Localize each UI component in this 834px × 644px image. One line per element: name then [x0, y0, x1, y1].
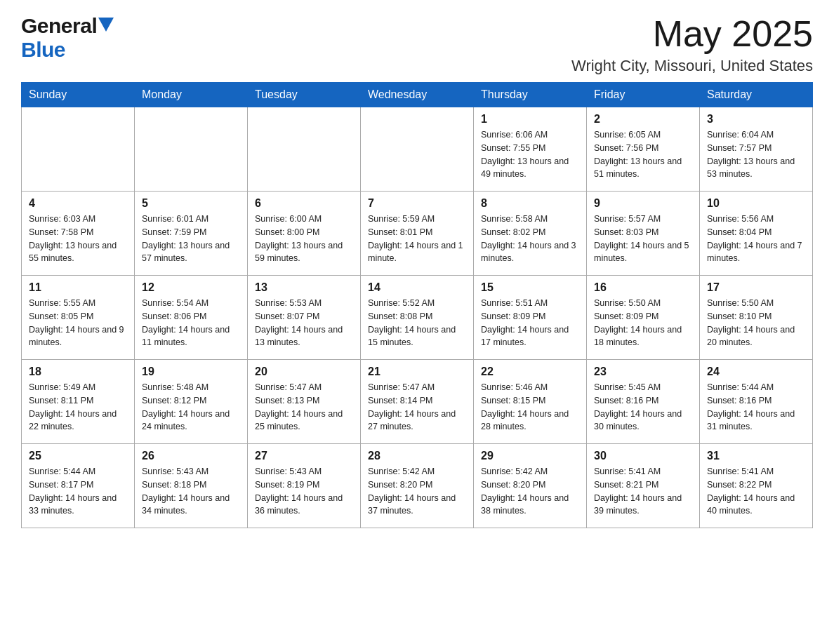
- calendar-day-cell: 5Sunrise: 6:01 AMSunset: 7:59 PMDaylight…: [135, 192, 248, 276]
- calendar-day-cell: 9Sunrise: 5:57 AMSunset: 8:03 PMDaylight…: [587, 192, 700, 276]
- day-sun-info: Sunrise: 6:01 AMSunset: 7:59 PMDaylight:…: [142, 213, 240, 265]
- page-header: General Blue May 2025 Wright City, Misso…: [21, 14, 813, 75]
- calendar-week-row: 25Sunrise: 5:44 AMSunset: 8:17 PMDayligh…: [22, 444, 813, 528]
- day-sun-info: Sunrise: 5:57 AMSunset: 8:03 PMDaylight:…: [594, 213, 692, 265]
- location-text: Wright City, Missouri, United States: [571, 57, 813, 75]
- calendar-day-cell: 4Sunrise: 6:03 AMSunset: 7:58 PMDaylight…: [22, 192, 135, 276]
- days-of-week-row: SundayMondayTuesdayWednesdayThursdayFrid…: [22, 83, 813, 107]
- day-sun-info: Sunrise: 5:50 AMSunset: 8:09 PMDaylight:…: [594, 297, 692, 349]
- day-sun-info: Sunrise: 5:52 AMSunset: 8:08 PMDaylight:…: [368, 297, 466, 349]
- month-title: May 2025: [571, 14, 813, 54]
- day-of-week-header: Saturday: [700, 83, 813, 107]
- day-number: 8: [481, 197, 579, 210]
- calendar-day-cell: 1Sunrise: 6:06 AMSunset: 7:55 PMDaylight…: [474, 107, 587, 192]
- day-sun-info: Sunrise: 5:47 AMSunset: 8:13 PMDaylight:…: [255, 381, 353, 434]
- day-sun-info: Sunrise: 5:42 AMSunset: 8:20 PMDaylight:…: [368, 465, 466, 518]
- day-sun-info: Sunrise: 5:54 AMSunset: 8:06 PMDaylight:…: [142, 297, 240, 349]
- day-number: 22: [481, 365, 579, 378]
- calendar-week-row: 11Sunrise: 5:55 AMSunset: 8:05 PMDayligh…: [22, 276, 813, 360]
- day-number: 4: [29, 197, 127, 210]
- day-number: 10: [707, 197, 805, 210]
- day-sun-info: Sunrise: 5:58 AMSunset: 8:02 PMDaylight:…: [481, 213, 579, 265]
- calendar-day-cell: 17Sunrise: 5:50 AMSunset: 8:10 PMDayligh…: [700, 276, 813, 360]
- day-sun-info: Sunrise: 6:03 AMSunset: 7:58 PMDaylight:…: [29, 213, 127, 265]
- calendar-week-row: 1Sunrise: 6:06 AMSunset: 7:55 PMDaylight…: [22, 107, 813, 192]
- day-sun-info: Sunrise: 5:59 AMSunset: 8:01 PMDaylight:…: [368, 213, 466, 265]
- calendar-day-cell: 6Sunrise: 6:00 AMSunset: 8:00 PMDaylight…: [248, 192, 361, 276]
- logo-general-text: General: [21, 14, 97, 38]
- day-sun-info: Sunrise: 5:47 AMSunset: 8:14 PMDaylight:…: [368, 381, 466, 434]
- day-number: 1: [481, 113, 579, 126]
- day-number: 20: [255, 365, 353, 378]
- calendar-day-cell: 19Sunrise: 5:48 AMSunset: 8:12 PMDayligh…: [135, 360, 248, 444]
- header-right: May 2025 Wright City, Missouri, United S…: [571, 14, 813, 75]
- day-sun-info: Sunrise: 5:45 AMSunset: 8:16 PMDaylight:…: [594, 381, 692, 434]
- calendar-table: SundayMondayTuesdayWednesdayThursdayFrid…: [21, 82, 813, 528]
- calendar-day-cell: 29Sunrise: 5:42 AMSunset: 8:20 PMDayligh…: [474, 444, 587, 528]
- calendar-day-cell: 14Sunrise: 5:52 AMSunset: 8:08 PMDayligh…: [361, 276, 474, 360]
- day-number: 2: [594, 113, 692, 126]
- calendar-day-cell: [361, 107, 474, 192]
- day-number: 24: [707, 365, 805, 378]
- day-number: 7: [368, 197, 466, 210]
- day-number: 30: [594, 450, 692, 462]
- day-of-week-header: Sunday: [22, 83, 135, 107]
- calendar-day-cell: 26Sunrise: 5:43 AMSunset: 8:18 PMDayligh…: [135, 444, 248, 528]
- day-sun-info: Sunrise: 6:06 AMSunset: 7:55 PMDaylight:…: [481, 128, 579, 181]
- day-of-week-header: Thursday: [474, 83, 587, 107]
- day-number: 14: [368, 281, 466, 294]
- day-sun-info: Sunrise: 5:56 AMSunset: 8:04 PMDaylight:…: [707, 213, 805, 265]
- day-sun-info: Sunrise: 5:49 AMSunset: 8:11 PMDaylight:…: [29, 381, 127, 434]
- logo-blue-text: Blue: [21, 38, 65, 62]
- day-sun-info: Sunrise: 5:46 AMSunset: 8:15 PMDaylight:…: [481, 381, 579, 434]
- calendar-day-cell: 18Sunrise: 5:49 AMSunset: 8:11 PMDayligh…: [22, 360, 135, 444]
- day-of-week-header: Wednesday: [361, 83, 474, 107]
- calendar-day-cell: 16Sunrise: 5:50 AMSunset: 8:09 PMDayligh…: [587, 276, 700, 360]
- day-sun-info: Sunrise: 5:44 AMSunset: 8:17 PMDaylight:…: [29, 465, 127, 518]
- day-number: 18: [29, 365, 127, 378]
- day-number: 13: [255, 281, 353, 294]
- day-number: 31: [707, 450, 805, 462]
- calendar-day-cell: [135, 107, 248, 192]
- day-number: 25: [29, 450, 127, 462]
- day-sun-info: Sunrise: 5:42 AMSunset: 8:20 PMDaylight:…: [481, 465, 579, 518]
- day-sun-info: Sunrise: 5:43 AMSunset: 8:19 PMDaylight:…: [255, 465, 353, 518]
- day-sun-info: Sunrise: 6:04 AMSunset: 7:57 PMDaylight:…: [707, 128, 805, 181]
- day-number: 15: [481, 281, 579, 294]
- day-number: 26: [142, 450, 240, 462]
- day-number: 16: [594, 281, 692, 294]
- calendar-week-row: 4Sunrise: 6:03 AMSunset: 7:58 PMDaylight…: [22, 192, 813, 276]
- day-sun-info: Sunrise: 5:44 AMSunset: 8:16 PMDaylight:…: [707, 381, 805, 434]
- calendar-day-cell: 22Sunrise: 5:46 AMSunset: 8:15 PMDayligh…: [474, 360, 587, 444]
- calendar-day-cell: 21Sunrise: 5:47 AMSunset: 8:14 PMDayligh…: [361, 360, 474, 444]
- day-sun-info: Sunrise: 5:51 AMSunset: 8:09 PMDaylight:…: [481, 297, 579, 349]
- day-number: 17: [707, 281, 805, 294]
- day-sun-info: Sunrise: 5:48 AMSunset: 8:12 PMDaylight:…: [142, 381, 240, 434]
- day-number: 21: [368, 365, 466, 378]
- calendar-day-cell: 10Sunrise: 5:56 AMSunset: 8:04 PMDayligh…: [700, 192, 813, 276]
- calendar-day-cell: 20Sunrise: 5:47 AMSunset: 8:13 PMDayligh…: [248, 360, 361, 444]
- day-sun-info: Sunrise: 5:43 AMSunset: 8:18 PMDaylight:…: [142, 465, 240, 518]
- calendar-day-cell: 27Sunrise: 5:43 AMSunset: 8:19 PMDayligh…: [248, 444, 361, 528]
- logo: General Blue: [21, 14, 114, 62]
- calendar-header: SundayMondayTuesdayWednesdayThursdayFrid…: [22, 83, 813, 107]
- calendar-day-cell: 28Sunrise: 5:42 AMSunset: 8:20 PMDayligh…: [361, 444, 474, 528]
- day-number: 19: [142, 365, 240, 378]
- day-sun-info: Sunrise: 6:00 AMSunset: 8:00 PMDaylight:…: [255, 213, 353, 265]
- calendar-day-cell: [248, 107, 361, 192]
- calendar-day-cell: 31Sunrise: 5:41 AMSunset: 8:22 PMDayligh…: [700, 444, 813, 528]
- day-number: 23: [594, 365, 692, 378]
- calendar-day-cell: 24Sunrise: 5:44 AMSunset: 8:16 PMDayligh…: [700, 360, 813, 444]
- calendar-day-cell: 25Sunrise: 5:44 AMSunset: 8:17 PMDayligh…: [22, 444, 135, 528]
- day-of-week-header: Tuesday: [248, 83, 361, 107]
- calendar-day-cell: 30Sunrise: 5:41 AMSunset: 8:21 PMDayligh…: [587, 444, 700, 528]
- calendar-day-cell: 2Sunrise: 6:05 AMSunset: 7:56 PMDaylight…: [587, 107, 700, 192]
- calendar-day-cell: 3Sunrise: 6:04 AMSunset: 7:57 PMDaylight…: [700, 107, 813, 192]
- day-number: 11: [29, 281, 127, 294]
- calendar-day-cell: 8Sunrise: 5:58 AMSunset: 8:02 PMDaylight…: [474, 192, 587, 276]
- day-sun-info: Sunrise: 5:41 AMSunset: 8:21 PMDaylight:…: [594, 465, 692, 518]
- calendar-body: 1Sunrise: 6:06 AMSunset: 7:55 PMDaylight…: [22, 107, 813, 528]
- day-number: 27: [255, 450, 353, 462]
- day-of-week-header: Monday: [135, 83, 248, 107]
- calendar-week-row: 18Sunrise: 5:49 AMSunset: 8:11 PMDayligh…: [22, 360, 813, 444]
